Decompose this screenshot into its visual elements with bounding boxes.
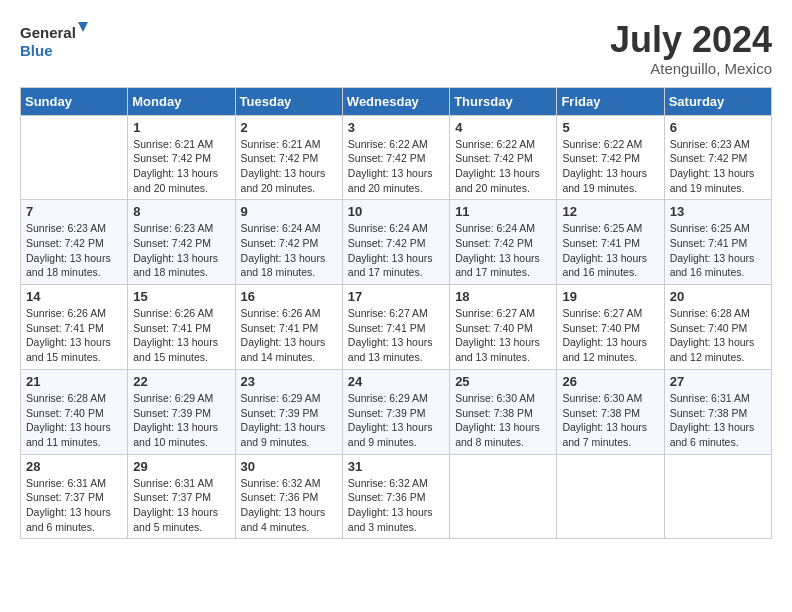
calendar-cell: 27Sunrise: 6:31 AM Sunset: 7:38 PM Dayli… [664, 369, 771, 454]
calendar-cell [21, 115, 128, 200]
calendar-cell: 23Sunrise: 6:29 AM Sunset: 7:39 PM Dayli… [235, 369, 342, 454]
day-info: Sunrise: 6:21 AM Sunset: 7:42 PM Dayligh… [241, 137, 337, 196]
day-number: 13 [670, 204, 766, 219]
calendar-cell: 14Sunrise: 6:26 AM Sunset: 7:41 PM Dayli… [21, 285, 128, 370]
day-info: Sunrise: 6:26 AM Sunset: 7:41 PM Dayligh… [133, 306, 229, 365]
day-info: Sunrise: 6:26 AM Sunset: 7:41 PM Dayligh… [241, 306, 337, 365]
day-info: Sunrise: 6:27 AM Sunset: 7:41 PM Dayligh… [348, 306, 444, 365]
calendar-cell: 5Sunrise: 6:22 AM Sunset: 7:42 PM Daylig… [557, 115, 664, 200]
day-info: Sunrise: 6:29 AM Sunset: 7:39 PM Dayligh… [348, 391, 444, 450]
calendar-cell: 28Sunrise: 6:31 AM Sunset: 7:37 PM Dayli… [21, 454, 128, 539]
calendar-cell: 9Sunrise: 6:24 AM Sunset: 7:42 PM Daylig… [235, 200, 342, 285]
day-info: Sunrise: 6:30 AM Sunset: 7:38 PM Dayligh… [562, 391, 658, 450]
day-info: Sunrise: 6:22 AM Sunset: 7:42 PM Dayligh… [562, 137, 658, 196]
day-header-sunday: Sunday [21, 87, 128, 115]
calendar-cell [557, 454, 664, 539]
calendar-cell [664, 454, 771, 539]
calendar-cell: 12Sunrise: 6:25 AM Sunset: 7:41 PM Dayli… [557, 200, 664, 285]
calendar-cell: 13Sunrise: 6:25 AM Sunset: 7:41 PM Dayli… [664, 200, 771, 285]
calendar-cell: 4Sunrise: 6:22 AM Sunset: 7:42 PM Daylig… [450, 115, 557, 200]
calendar-cell: 16Sunrise: 6:26 AM Sunset: 7:41 PM Dayli… [235, 285, 342, 370]
day-number: 9 [241, 204, 337, 219]
day-header-wednesday: Wednesday [342, 87, 449, 115]
day-info: Sunrise: 6:22 AM Sunset: 7:42 PM Dayligh… [348, 137, 444, 196]
day-number: 4 [455, 120, 551, 135]
day-info: Sunrise: 6:28 AM Sunset: 7:40 PM Dayligh… [670, 306, 766, 365]
day-number: 11 [455, 204, 551, 219]
day-number: 14 [26, 289, 122, 304]
calendar-week-row: 14Sunrise: 6:26 AM Sunset: 7:41 PM Dayli… [21, 285, 772, 370]
calendar-cell: 7Sunrise: 6:23 AM Sunset: 7:42 PM Daylig… [21, 200, 128, 285]
day-number: 23 [241, 374, 337, 389]
day-number: 2 [241, 120, 337, 135]
calendar-cell: 29Sunrise: 6:31 AM Sunset: 7:37 PM Dayli… [128, 454, 235, 539]
day-number: 27 [670, 374, 766, 389]
day-info: Sunrise: 6:29 AM Sunset: 7:39 PM Dayligh… [241, 391, 337, 450]
day-number: 30 [241, 459, 337, 474]
calendar-cell: 26Sunrise: 6:30 AM Sunset: 7:38 PM Dayli… [557, 369, 664, 454]
day-number: 1 [133, 120, 229, 135]
calendar-cell: 30Sunrise: 6:32 AM Sunset: 7:36 PM Dayli… [235, 454, 342, 539]
day-info: Sunrise: 6:32 AM Sunset: 7:36 PM Dayligh… [348, 476, 444, 535]
day-info: Sunrise: 6:24 AM Sunset: 7:42 PM Dayligh… [455, 221, 551, 280]
day-header-tuesday: Tuesday [235, 87, 342, 115]
calendar-week-row: 7Sunrise: 6:23 AM Sunset: 7:42 PM Daylig… [21, 200, 772, 285]
day-number: 12 [562, 204, 658, 219]
day-number: 24 [348, 374, 444, 389]
location-subtitle: Atenguillo, Mexico [610, 60, 772, 77]
day-info: Sunrise: 6:23 AM Sunset: 7:42 PM Dayligh… [670, 137, 766, 196]
day-number: 15 [133, 289, 229, 304]
calendar-cell [450, 454, 557, 539]
day-number: 19 [562, 289, 658, 304]
title-area: July 2024 Atenguillo, Mexico [610, 20, 772, 77]
day-number: 29 [133, 459, 229, 474]
day-number: 6 [670, 120, 766, 135]
day-header-thursday: Thursday [450, 87, 557, 115]
svg-text:General: General [20, 24, 76, 41]
day-number: 10 [348, 204, 444, 219]
calendar-cell: 31Sunrise: 6:32 AM Sunset: 7:36 PM Dayli… [342, 454, 449, 539]
day-header-monday: Monday [128, 87, 235, 115]
day-header-saturday: Saturday [664, 87, 771, 115]
day-info: Sunrise: 6:31 AM Sunset: 7:37 PM Dayligh… [26, 476, 122, 535]
calendar-cell: 11Sunrise: 6:24 AM Sunset: 7:42 PM Dayli… [450, 200, 557, 285]
day-info: Sunrise: 6:27 AM Sunset: 7:40 PM Dayligh… [562, 306, 658, 365]
day-info: Sunrise: 6:25 AM Sunset: 7:41 PM Dayligh… [670, 221, 766, 280]
calendar-cell: 25Sunrise: 6:30 AM Sunset: 7:38 PM Dayli… [450, 369, 557, 454]
logo: General Blue [20, 20, 90, 62]
svg-marker-2 [78, 22, 88, 32]
day-info: Sunrise: 6:31 AM Sunset: 7:37 PM Dayligh… [133, 476, 229, 535]
calendar-cell: 21Sunrise: 6:28 AM Sunset: 7:40 PM Dayli… [21, 369, 128, 454]
calendar-cell: 20Sunrise: 6:28 AM Sunset: 7:40 PM Dayli… [664, 285, 771, 370]
calendar-cell: 2Sunrise: 6:21 AM Sunset: 7:42 PM Daylig… [235, 115, 342, 200]
day-info: Sunrise: 6:26 AM Sunset: 7:41 PM Dayligh… [26, 306, 122, 365]
day-number: 26 [562, 374, 658, 389]
calendar-cell: 6Sunrise: 6:23 AM Sunset: 7:42 PM Daylig… [664, 115, 771, 200]
day-number: 17 [348, 289, 444, 304]
calendar-cell: 22Sunrise: 6:29 AM Sunset: 7:39 PM Dayli… [128, 369, 235, 454]
day-info: Sunrise: 6:24 AM Sunset: 7:42 PM Dayligh… [241, 221, 337, 280]
day-number: 7 [26, 204, 122, 219]
day-number: 5 [562, 120, 658, 135]
calendar-cell: 8Sunrise: 6:23 AM Sunset: 7:42 PM Daylig… [128, 200, 235, 285]
calendar-header-row: SundayMondayTuesdayWednesdayThursdayFrid… [21, 87, 772, 115]
calendar-cell: 3Sunrise: 6:22 AM Sunset: 7:42 PM Daylig… [342, 115, 449, 200]
day-info: Sunrise: 6:22 AM Sunset: 7:42 PM Dayligh… [455, 137, 551, 196]
day-header-friday: Friday [557, 87, 664, 115]
day-info: Sunrise: 6:28 AM Sunset: 7:40 PM Dayligh… [26, 391, 122, 450]
calendar-cell: 24Sunrise: 6:29 AM Sunset: 7:39 PM Dayli… [342, 369, 449, 454]
day-number: 22 [133, 374, 229, 389]
calendar-week-row: 1Sunrise: 6:21 AM Sunset: 7:42 PM Daylig… [21, 115, 772, 200]
month-year-title: July 2024 [610, 20, 772, 60]
day-info: Sunrise: 6:30 AM Sunset: 7:38 PM Dayligh… [455, 391, 551, 450]
day-number: 3 [348, 120, 444, 135]
day-number: 8 [133, 204, 229, 219]
day-info: Sunrise: 6:23 AM Sunset: 7:42 PM Dayligh… [26, 221, 122, 280]
calendar-cell: 19Sunrise: 6:27 AM Sunset: 7:40 PM Dayli… [557, 285, 664, 370]
page-header: General Blue July 2024 Atenguillo, Mexic… [20, 20, 772, 77]
calendar-week-row: 28Sunrise: 6:31 AM Sunset: 7:37 PM Dayli… [21, 454, 772, 539]
calendar-cell: 1Sunrise: 6:21 AM Sunset: 7:42 PM Daylig… [128, 115, 235, 200]
calendar-week-row: 21Sunrise: 6:28 AM Sunset: 7:40 PM Dayli… [21, 369, 772, 454]
calendar-cell: 17Sunrise: 6:27 AM Sunset: 7:41 PM Dayli… [342, 285, 449, 370]
day-info: Sunrise: 6:32 AM Sunset: 7:36 PM Dayligh… [241, 476, 337, 535]
